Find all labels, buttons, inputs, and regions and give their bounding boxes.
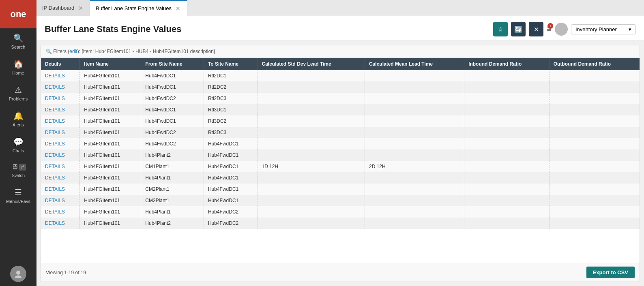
cell-inbound <box>464 70 550 81</box>
cell-from: Hub4Plant1 <box>141 206 204 218</box>
user-avatar-container[interactable] <box>10 266 26 282</box>
cell-details[interactable]: DETAILS <box>41 115 80 127</box>
table-row: DETAILS Hub4FGItem101 Hub4Plant2 Hub4Fwd… <box>41 149 640 161</box>
export-csv-button[interactable]: Export to CSV <box>586 267 635 278</box>
cell-to: Hub4FwdDC1 <box>204 138 258 149</box>
cell-outbound <box>549 70 640 81</box>
cell-item: Hub4FGItem101 <box>80 104 141 115</box>
cell-std-dev <box>258 149 365 161</box>
cell-to: Hub4FwdDC1 <box>204 172 258 184</box>
role-dropdown[interactable]: Inventory Planner ▾ <box>571 24 636 34</box>
cell-from: Hub4FwdDC1 <box>141 70 204 81</box>
tab-buffer-lane[interactable]: Buffer Lane Stats Engine Values ✕ <box>90 0 187 16</box>
page-title: Buffer Lane Stats Engine Values <box>45 24 181 34</box>
table-row: DETAILS Hub4FGItem101 Hub4FwdDC2 Hub4Fwd… <box>41 138 640 149</box>
data-table-wrapper[interactable]: Details Item Name From Site Name To Site… <box>41 58 640 263</box>
cell-details[interactable]: DETAILS <box>41 172 80 184</box>
cell-details[interactable]: DETAILS <box>41 138 80 149</box>
cell-item: Hub4FGItem101 <box>80 81 141 93</box>
cell-to: Rtl3DC3 <box>204 127 258 138</box>
sidebar-item-switch[interactable]: 🖥 ⇄ Switch <box>0 158 36 183</box>
cell-mean <box>365 149 464 161</box>
table-row: DETAILS Hub4FGItem101 Hub4Plant1 Hub4Fwd… <box>41 172 640 184</box>
cell-to: Rtl2DC3 <box>204 93 258 104</box>
cell-item: Hub4FGItem101 <box>80 206 141 218</box>
close-button[interactable]: ✕ <box>529 22 543 36</box>
table-row: DETAILS Hub4FGItem101 CM2Plant1 Hub4FwdD… <box>41 184 640 195</box>
sidebar-item-search[interactable]: 🔍 Search <box>0 28 36 54</box>
close-icon: ✕ <box>534 26 539 33</box>
cell-item: Hub4FGItem101 <box>80 115 141 127</box>
cell-outbound <box>549 149 640 161</box>
cell-details[interactable]: DETAILS <box>41 161 80 172</box>
cell-details[interactable]: DETAILS <box>41 184 80 195</box>
cell-std-dev <box>258 93 365 104</box>
cell-mean <box>365 195 464 206</box>
cell-mean <box>365 218 464 229</box>
main-content: IP Dashboard ✕ Buffer Lane Stats Engine … <box>36 0 644 286</box>
refresh-icon: 🔄 <box>514 26 522 33</box>
cell-item: Hub4FGItem101 <box>80 70 141 81</box>
cell-details[interactable]: DETAILS <box>41 81 80 93</box>
sidebar-item-alerts[interactable]: 🔔 Alerts <box>0 106 36 132</box>
sidebar-item-home[interactable]: 🏠 Home <box>0 54 36 80</box>
cell-to: Hub4FwdDC1 <box>204 195 258 206</box>
sidebar: one 🔍 Search 🏠 Home ⚠ Problems 🔔 Alerts … <box>0 0 36 286</box>
table-row: DETAILS Hub4FGItem101 CM1Plant1 Hub4FwdD… <box>41 161 640 172</box>
refresh-button[interactable]: 🔄 <box>511 22 526 36</box>
search-icon-small: 🔍 <box>46 49 52 54</box>
cell-to: Hub4FwdDC1 <box>204 184 258 195</box>
cell-outbound <box>549 138 640 149</box>
cell-details[interactable]: DETAILS <box>41 149 80 161</box>
cell-mean <box>365 93 464 104</box>
cell-item: Hub4FGItem101 <box>80 172 141 184</box>
search-icon: 🔍 <box>13 33 24 43</box>
cell-inbound <box>464 115 550 127</box>
sidebar-item-menus[interactable]: ☰ Menus/Favs <box>0 183 36 209</box>
cell-inbound <box>464 127 550 138</box>
tab-ip-dashboard[interactable]: IP Dashboard ✕ <box>36 0 90 16</box>
cell-inbound <box>464 93 550 104</box>
cell-details[interactable]: DETAILS <box>41 218 80 229</box>
filters-bar: 🔍 Filters (edit): [Item: Hub4FGItem101 -… <box>41 45 640 58</box>
cell-item: Hub4FGItem101 <box>80 195 141 206</box>
cell-outbound <box>549 104 640 115</box>
cell-to: Hub4FwdDC1 <box>204 149 258 161</box>
menu-button[interactable]: ≡ 1 <box>547 25 552 34</box>
tab-buffer-lane-close[interactable]: ✕ <box>175 5 181 12</box>
tab-ip-dashboard-close[interactable]: ✕ <box>77 5 84 11</box>
chevron-down-icon: ▾ <box>629 26 631 32</box>
home-icon: 🏠 <box>13 59 24 69</box>
table-row: DETAILS Hub4FGItem101 Hub4FwdDC2 Rtl2DC3 <box>41 93 640 104</box>
cell-mean <box>365 70 464 81</box>
cell-details[interactable]: DETAILS <box>41 127 80 138</box>
cell-details[interactable]: DETAILS <box>41 195 80 206</box>
cell-details[interactable]: DETAILS <box>41 70 80 81</box>
cell-details[interactable]: DETAILS <box>41 206 80 218</box>
favorite-button[interactable]: ☆ <box>493 22 508 36</box>
cell-details[interactable]: DETAILS <box>41 104 80 115</box>
cell-std-dev <box>258 104 365 115</box>
svg-point-0 <box>16 271 20 275</box>
notification-badge: 1 <box>547 23 553 29</box>
col-outbound: Outbound Demand Ratio <box>549 58 640 70</box>
cell-from: CM2Plant1 <box>141 184 204 195</box>
col-to-site: To Site Name <box>204 58 258 70</box>
sidebar-item-problems[interactable]: ⚠ Problems <box>0 80 36 106</box>
content-area: 🔍 Filters (edit): [Item: Hub4FGItem101 -… <box>41 45 640 282</box>
cell-inbound <box>464 161 550 172</box>
table-row: DETAILS Hub4FGItem101 Hub4Plant2 Hub4Fwd… <box>41 218 640 229</box>
cell-inbound <box>464 218 550 229</box>
cell-details[interactable]: DETAILS <box>41 93 80 104</box>
cell-mean <box>365 127 464 138</box>
app-logo[interactable]: one <box>0 0 36 28</box>
cell-mean <box>365 206 464 218</box>
cell-item: Hub4FGItem101 <box>80 184 141 195</box>
filters-prefix: Filters <box>53 49 67 54</box>
cell-from: Hub4FwdDC1 <box>141 115 204 127</box>
table-row: DETAILS Hub4FGItem101 Hub4FwdDC2 Rtl3DC3 <box>41 127 640 138</box>
sidebar-item-chats[interactable]: 💬 Chats <box>0 132 36 158</box>
cell-mean <box>365 104 464 115</box>
cell-from: Hub4FwdDC2 <box>141 127 204 138</box>
filters-edit-link[interactable]: edit <box>69 49 77 54</box>
